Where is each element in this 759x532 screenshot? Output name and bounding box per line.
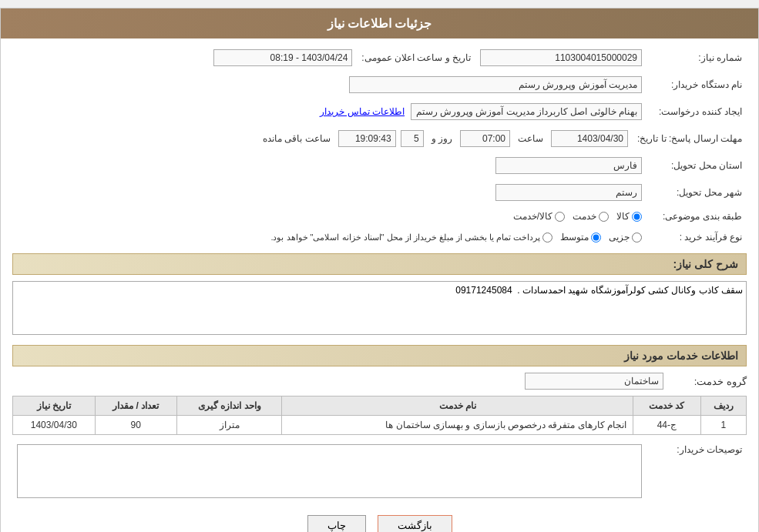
table-row: 1 ج-44 انجام کارهای متفرقه درخصوص بازساز…	[13, 416, 747, 435]
tarikh-value: 1403/04/24 - 08:19	[213, 49, 352, 66]
mohlat-bagi-label: ساعت باقی مانده	[260, 133, 334, 144]
cell-kod: ج-44	[633, 416, 701, 435]
cell-tarikh: 1403/04/30	[13, 416, 96, 435]
ostan-label: استان محل تحویل:	[646, 154, 747, 177]
buttons-row: بازگشت چاپ	[12, 507, 747, 532]
mohlat-roz: 5	[401, 130, 424, 147]
shahr-value: رستم	[495, 184, 642, 201]
mohlat-bagi: 19:09:43	[338, 130, 396, 147]
cell-radif: 1	[700, 416, 746, 435]
col-tarikh: تاریخ نیاز	[13, 396, 96, 416]
nogh-jozi[interactable]: جزیی	[609, 232, 642, 243]
tabaqe-kala-khedmat-label: کالا/خدمت	[513, 211, 552, 222]
grohe-label: گروه خدمت:	[670, 376, 747, 387]
tosih-textarea[interactable]	[17, 444, 642, 498]
back-button[interactable]: بازگشت	[378, 515, 452, 532]
print-button[interactable]: چاپ	[307, 515, 366, 532]
nogh-radio-group: جزیی متوسط پرداخت تمام یا بخشی از مبلغ خ…	[17, 232, 642, 243]
nogh-label: نوع فرآیند خرید :	[646, 229, 747, 246]
shahr-label: شهر محل تحویل:	[646, 181, 747, 204]
col-kod: کد خدمت	[633, 396, 701, 416]
tabaqe-kala-radio[interactable]	[632, 212, 642, 222]
ijad-label: ایجاد کننده درخواست:	[646, 100, 747, 123]
nogh-esnad-label: پرداخت تمام یا بخشی از مبلغ خریداز از مح…	[270, 233, 540, 243]
col-tedad: تعداد / مقدار	[95, 396, 176, 416]
ijad-value: بهنام خالوئی اصل کاربرداز مدیریت آموزش و…	[411, 103, 642, 120]
nam-dastgah-label: نام دستگاه خریدار:	[646, 73, 747, 96]
nogh-esnad-radio[interactable]	[542, 233, 552, 243]
mohlat-saat-label: ساعت	[515, 133, 546, 144]
nogh-motvaset[interactable]: متوسط	[560, 232, 601, 243]
sharh-textarea[interactable]	[12, 281, 747, 335]
tabaqe-label: طبقه بندی موضوعی:	[646, 208, 747, 225]
mohlat-saat: 07:00	[460, 130, 510, 147]
tabaqe-khedmat-label: خدمت	[573, 211, 596, 222]
cell-nam: انجام کارهای متفرقه درخصوص بازسازی و بهس…	[282, 416, 633, 435]
tabaqe-kala-label: کالا	[616, 211, 630, 222]
tabaqe-khedmat[interactable]: خدمت	[573, 211, 609, 222]
nogh-motvaset-radio[interactable]	[591, 233, 601, 243]
services-section-title: اطلاعات خدمات مورد نیاز	[12, 345, 747, 366]
shomara-label: شماره نیاز:	[646, 46, 747, 69]
col-vahed: واحد اندازه گیری	[177, 396, 282, 416]
sharh-section-title: شرح کلی نیاز:	[12, 253, 747, 275]
contact-link[interactable]: اطلاعات تماس خریدار	[320, 106, 405, 117]
ostan-value: فارس	[495, 157, 642, 174]
nogh-jozi-radio[interactable]	[632, 233, 642, 243]
tabaqe-kala[interactable]: کالا	[616, 211, 642, 222]
shomara-value: 1103004015000029	[480, 49, 642, 66]
mohlat-date: 1403/04/30	[551, 130, 628, 147]
col-radif: ردیف	[700, 396, 746, 416]
services-table: ردیف کد خدمت نام خدمت واحد اندازه گیری ت…	[12, 396, 747, 435]
tosih-label: توصیحات خریدار:	[646, 441, 747, 504]
cell-vahed: متراز	[177, 416, 282, 435]
grohe-value: ساختمان	[525, 373, 663, 390]
nogh-jozi-label: جزیی	[609, 232, 630, 243]
cell-tedad: 90	[95, 416, 176, 435]
tabaqe-kala-khedmat-radio[interactable]	[555, 212, 565, 222]
nogh-esnad[interactable]: پرداخت تمام یا بخشی از مبلغ خریداز از مح…	[270, 233, 552, 243]
tabaqe-kala-khedmat[interactable]: کالا/خدمت	[513, 211, 565, 222]
mohlat-roz-label: روز و	[428, 133, 455, 144]
tarikh-label: تاریخ و ساعت اعلان عمومی:	[357, 46, 475, 69]
page-header: جزئیات اطلاعات نیاز	[1, 8, 758, 38]
page-title: جزئیات اطلاعات نیاز	[327, 17, 432, 30]
tabaqe-khedmat-radio[interactable]	[599, 212, 609, 222]
nam-dastgah-value: مدیریت آموزش وپرورش رستم	[349, 76, 642, 93]
mohlat-label: مهلت ارسال پاسخ: تا تاریخ:	[633, 127, 747, 150]
nogh-motvaset-label: متوسط	[560, 232, 589, 243]
tabaqe-radio-group: کالا خدمت کالا/خدمت	[17, 211, 642, 222]
col-nam: نام خدمت	[282, 396, 633, 416]
